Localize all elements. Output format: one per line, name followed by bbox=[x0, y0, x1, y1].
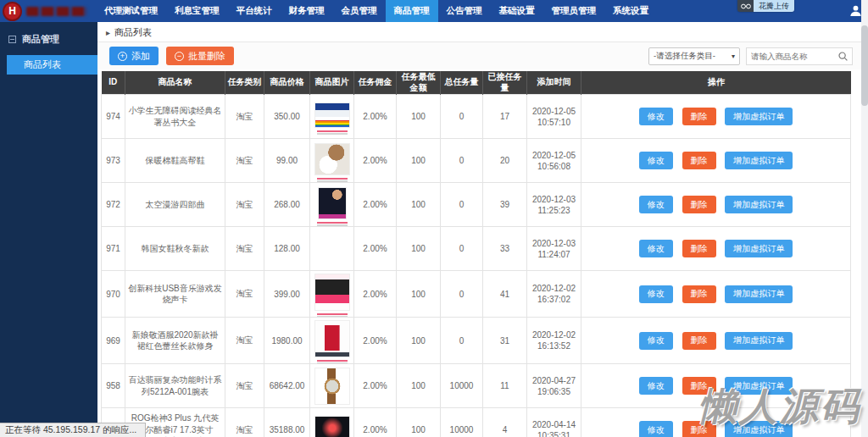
add-virtual-order-button[interactable]: 增加虚拟订单 bbox=[725, 377, 793, 395]
add-virtual-order-button[interactable]: 增加虚拟订单 bbox=[725, 240, 793, 257]
edit-button[interactable]: 修改 bbox=[639, 196, 673, 213]
cell-id: 973 bbox=[102, 139, 125, 183]
cell-commission: 2.00% bbox=[354, 364, 397, 408]
cell-min-amount: 100 bbox=[397, 364, 441, 408]
edit-button[interactable]: 修改 bbox=[639, 421, 673, 437]
scrollbar-thumb[interactable] bbox=[861, 25, 868, 106]
column-header: 商品价格 bbox=[264, 71, 310, 95]
nav-menu-item[interactable]: 利息宝管理 bbox=[166, 0, 228, 22]
cell-add-time: 2020-12-05 10:56:08 bbox=[527, 139, 581, 183]
add-button[interactable]: + 添加 bbox=[109, 47, 159, 65]
cell-commission: 2.00% bbox=[354, 95, 397, 139]
sidebar-item-product-list[interactable]: 商品列表 bbox=[7, 55, 97, 75]
cell-add-time: 2020-12-03 11:24:07 bbox=[527, 227, 581, 271]
filter-area: -请选择任务类目- ▾ bbox=[648, 47, 853, 65]
main-menu: 代理测试管理利息宝管理平台统计财务管理会员管理商品管理公告管理基础设置管理员管理… bbox=[96, 0, 657, 22]
cell-product-image bbox=[310, 318, 354, 364]
cell-actions: 修改 删除 增加虚拟订单 bbox=[581, 408, 851, 437]
cell-product-name: 太空漫游四部曲 bbox=[125, 183, 225, 227]
user-icon[interactable] bbox=[849, 4, 862, 17]
nav-menu-item[interactable]: 管理员管理 bbox=[543, 0, 605, 22]
add-virtual-order-button[interactable]: 增加虚拟订单 bbox=[725, 421, 793, 437]
table-row: 973 保暖棉鞋高帮鞋 淘宝 99.00 2.00% 100 0 20 2020… bbox=[102, 139, 851, 183]
nav-menu-item[interactable]: 基础设置 bbox=[491, 0, 543, 22]
cell-id: 969 bbox=[102, 318, 125, 364]
add-virtual-order-button[interactable]: 增加虚拟订单 bbox=[725, 108, 793, 125]
glasses-icon bbox=[737, 0, 754, 12]
add-virtual-order-button[interactable]: 增加虚拟订单 bbox=[725, 332, 793, 350]
nav-menu-item[interactable]: 系统设置 bbox=[604, 0, 657, 22]
add-virtual-order-button[interactable]: 增加虚拟订单 bbox=[725, 285, 793, 303]
cell-commission: 2.00% bbox=[354, 271, 397, 318]
cell-min-amount: 100 bbox=[397, 139, 441, 183]
cell-commission: 2.00% bbox=[354, 139, 397, 183]
cell-add-time: 2020-12-05 10:57:10 bbox=[527, 95, 581, 139]
column-header: ID bbox=[102, 71, 125, 95]
cell-id: 971 bbox=[102, 227, 125, 271]
table-header-row: ID商品名称任务类别商品价格商品图片任务佣金任务最低金额总任务量已接任务量添加时… bbox=[102, 71, 851, 95]
delete-button[interactable]: 删除 bbox=[682, 421, 716, 437]
delete-button[interactable]: 删除 bbox=[682, 152, 716, 169]
nav-menu-item[interactable]: 财务管理 bbox=[281, 0, 333, 22]
cell-total-tasks: 0 bbox=[441, 318, 483, 364]
edit-button[interactable]: 修改 bbox=[639, 108, 673, 125]
extension-badge[interactable]: 花瓣上传 bbox=[737, 0, 794, 12]
cell-actions: 修改 删除 增加虚拟订单 bbox=[581, 318, 851, 364]
sidebar: 商品管理 商品列表 bbox=[0, 22, 97, 437]
nav-menu-item[interactable]: 代理测试管理 bbox=[96, 0, 166, 22]
table-row: 971 韩国女鞋秋冬新款 淘宝 128.00 2.00% 100 0 33 20… bbox=[102, 227, 851, 271]
cell-task-category: 淘宝 bbox=[225, 139, 264, 183]
delete-button[interactable]: 删除 bbox=[682, 196, 716, 213]
column-header: 任务佣金 bbox=[354, 71, 397, 95]
cell-total-tasks: 0 bbox=[441, 227, 483, 271]
batch-delete-button[interactable]: − 批量删除 bbox=[166, 47, 234, 65]
cell-commission: 2.00% bbox=[354, 408, 397, 437]
edit-button[interactable]: 修改 bbox=[639, 332, 673, 350]
delete-button[interactable]: 删除 bbox=[682, 285, 716, 303]
cell-add-time: 2020-04-27 19:06:35 bbox=[527, 364, 581, 408]
nav-menu-item[interactable]: 平台统计 bbox=[228, 0, 281, 22]
edit-button[interactable]: 修改 bbox=[639, 240, 673, 257]
nav-menu-item[interactable]: 商品管理 bbox=[386, 0, 438, 22]
edit-button[interactable]: 修改 bbox=[639, 377, 673, 395]
cell-min-amount: 100 bbox=[397, 95, 441, 139]
edit-button[interactable]: 修改 bbox=[639, 285, 673, 303]
page-title: 商品列表 bbox=[114, 27, 152, 37]
cell-product-name: 创新科技USB音乐游戏发烧声卡 bbox=[125, 271, 225, 318]
nav-menu-item[interactable]: 会员管理 bbox=[333, 0, 386, 22]
sidebar-section-product-management[interactable]: 商品管理 bbox=[0, 22, 97, 55]
cell-product-name: 保暖棉鞋高帮鞋 bbox=[125, 139, 225, 183]
vertical-scrollbar[interactable] bbox=[861, 0, 868, 437]
delete-button[interactable]: 删除 bbox=[682, 108, 716, 125]
cell-price: 99.00 bbox=[264, 139, 310, 183]
product-thumbnail bbox=[314, 233, 350, 265]
cell-product-image bbox=[310, 364, 354, 408]
product-thumbnail bbox=[314, 274, 350, 311]
add-virtual-order-button[interactable]: 增加虚拟订单 bbox=[725, 196, 793, 213]
cell-total-tasks: 10000 bbox=[441, 364, 483, 408]
table-row: 958 百达翡丽复杂功能时计系列5212A-001腕表 淘宝 68642.00 … bbox=[102, 364, 851, 408]
add-virtual-order-button[interactable]: 增加虚拟订单 bbox=[725, 152, 793, 169]
cell-id: 958 bbox=[102, 364, 125, 408]
delete-button[interactable]: 删除 bbox=[682, 240, 716, 257]
edit-button[interactable]: 修改 bbox=[639, 152, 673, 169]
delete-button[interactable]: 删除 bbox=[682, 377, 716, 395]
cell-actions: 修改 删除 增加虚拟订单 bbox=[581, 364, 851, 408]
column-header: 添加时间 bbox=[527, 71, 581, 95]
cell-add-time: 2020-12-02 16:37:02 bbox=[527, 271, 581, 318]
task-category-select[interactable]: -请选择任务类目- ▾ bbox=[648, 47, 740, 65]
logo: H bbox=[0, 2, 96, 21]
delete-button[interactable]: 删除 bbox=[682, 332, 716, 350]
cell-price: 1980.00 bbox=[264, 318, 310, 364]
nav-menu-item[interactable]: 公告管理 bbox=[438, 0, 491, 22]
search-icon[interactable] bbox=[838, 52, 848, 61]
product-thumbnail bbox=[314, 416, 350, 437]
table-row: 974 小学生无障碍阅读经典名著丛书大全 淘宝 350.00 2.00% 100… bbox=[102, 95, 851, 139]
cell-id: 972 bbox=[102, 183, 125, 227]
cell-price: 350.00 bbox=[264, 95, 310, 139]
cell-add-time: 2020-12-03 11:25:23 bbox=[527, 183, 581, 227]
cell-product-image bbox=[310, 139, 354, 183]
product-name-input[interactable] bbox=[747, 52, 833, 61]
cell-task-category: 淘宝 bbox=[225, 271, 264, 318]
cell-id: 974 bbox=[102, 95, 125, 139]
